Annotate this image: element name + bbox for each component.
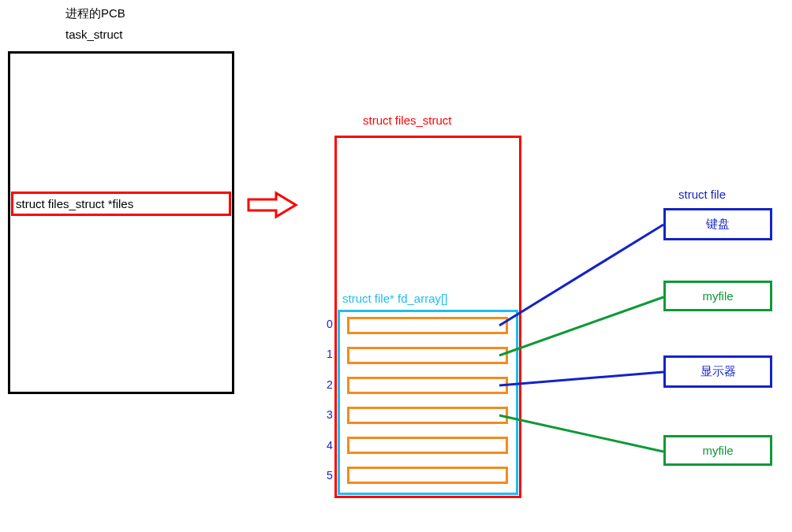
fd-slot-4 <box>347 437 508 454</box>
svg-line-0 <box>499 225 663 326</box>
pcb-box <box>8 51 234 394</box>
fd-index-0: 0 <box>327 318 333 330</box>
svg-line-2 <box>499 372 663 385</box>
file-box-myfile-1: myfile <box>663 281 772 311</box>
fd-index-1: 1 <box>327 348 333 360</box>
files-struct-label: struct files_struct <box>363 113 452 127</box>
fd-index-3: 3 <box>327 408 333 421</box>
fd-index-5: 5 <box>327 469 333 482</box>
file-box-display: 显示器 <box>663 355 772 388</box>
fd-index-4: 4 <box>327 439 333 452</box>
fd-slot-1 <box>347 347 508 364</box>
file-box-keyboard: 键盘 <box>663 208 772 240</box>
fd-slot-0 <box>347 317 508 334</box>
fd-slot-2 <box>347 377 508 394</box>
pcb-title: 进程的PCB <box>65 6 125 21</box>
fd-index-2: 2 <box>327 378 333 391</box>
struct-file-header: struct file <box>678 188 726 201</box>
fd-array-label: struct file* fd_array[] <box>342 292 447 305</box>
fd-slot-3 <box>347 407 508 424</box>
file-box-myfile-2: myfile <box>663 435 772 466</box>
fd-slot-5 <box>347 467 508 484</box>
svg-line-1 <box>499 297 663 355</box>
svg-line-3 <box>499 415 663 452</box>
arrow-icon <box>245 189 304 221</box>
pcb-member-files: struct files_struct *files <box>11 192 231 216</box>
task-struct-label: task_struct <box>65 28 123 41</box>
